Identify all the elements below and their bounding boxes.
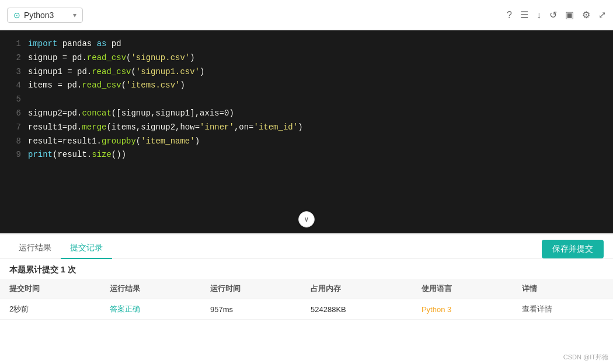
code-text: import pandas as pd [28,37,121,51]
code-line: 7result1=pd.merge(items,signup2,how='inn… [0,121,613,135]
code-line: 4items = pd.read_csv('items.csv') [0,79,613,93]
download-icon[interactable]: ↓ [537,10,541,20]
table-header-cell: 提交时间 [0,279,100,299]
panel-content: 本题累计提交 1 次 提交时间运行结果运行时间占用内存使用语言详情 2秒前答案正… [0,259,613,364]
code-line: 8result=result1.groupby('item_name') [0,135,613,149]
tabs: 运行结果 提交记录 [9,239,112,258]
code-line: 5 [0,93,613,107]
table-header-cell: 运行时间 [201,279,301,299]
table-row: 2秒前答案正确957ms524288KBPython 3查看详情 [0,299,613,320]
submit-time: 2秒前 [0,299,100,320]
code-text: items = pd.read_csv('items.csv') [28,79,185,93]
code-line: 2signup = pd.read_csv('signup.csv') [0,51,613,65]
line-number: 2 [5,51,21,65]
line-number: 8 [5,135,21,149]
kernel-icon: ⊙ [13,10,20,20]
table-header-cell: 详情 [513,279,613,299]
line-number: 1 [5,37,21,51]
table-header-cell: 运行结果 [100,279,201,299]
code-text: signup1 = pd.read_csv('signup1.csv') [28,65,204,79]
tabs-row: 运行结果 提交记录 保存并提交 [0,235,613,259]
summary-text: 本题累计提交 1 次 [0,259,613,279]
expand-icon[interactable]: ⤢ [598,9,606,20]
collapse-button[interactable]: ∨ [298,211,315,228]
line-number: 6 [5,107,21,121]
list-icon[interactable]: ☰ [520,9,528,20]
watermark: CSDN @IT邦德 [563,353,608,362]
tab-run-result[interactable]: 运行结果 [9,239,61,259]
code-line: 6signup2=pd.concat([signup,signup1],axis… [0,107,613,121]
line-number: 5 [5,93,21,107]
tab-submit-record[interactable]: 提交记录 [61,239,112,259]
bottom-panel: 运行结果 提交记录 保存并提交 本题累计提交 1 次 提交时间运行结果运行时间占… [0,233,613,364]
code-line: 9print(result.size()) [0,148,613,162]
refresh-icon[interactable]: ↺ [549,9,557,20]
table-header-cell: 占用内存 [301,279,412,299]
line-number: 3 [5,65,21,79]
line-number: 4 [5,79,21,93]
window-icon[interactable]: ▣ [565,9,574,20]
table-header-cell: 使用语言 [412,279,513,299]
kernel-label: Python3 [24,10,69,20]
run-time: 957ms [201,299,301,320]
run-result: 答案正确 [100,299,201,320]
line-number: 7 [5,121,21,135]
help-icon[interactable]: ? [507,10,512,20]
code-text: signup = pd.read_csv('signup.csv') [28,51,195,65]
save-submit-button[interactable]: 保存并提交 [542,240,604,258]
code-text: result1=pd.merge(items,signup2,how='inne… [28,121,303,135]
header-row: 提交时间运行结果运行时间占用内存使用语言详情 [0,279,613,299]
kernel-selector[interactable]: ⊙ Python3 ▾ [7,8,83,23]
code-editor[interactable]: 1import pandas as pd2signup = pd.read_cs… [0,30,613,233]
toolbar: ⊙ Python3 ▾ ? ☰ ↓ ↺ ▣ ⚙ ⤢ [0,0,613,30]
code-line: 1import pandas as pd [0,37,613,51]
code-text: result=result1.groupby('item_name') [28,135,200,149]
code-text: signup2=pd.concat([signup,signup1],axis=… [28,107,234,121]
detail-link[interactable]: 查看详情 [513,299,613,320]
settings-icon[interactable]: ⚙ [582,9,590,20]
chevron-down-icon: ▾ [73,11,76,19]
toolbar-right: ? ☰ ↓ ↺ ▣ ⚙ ⤢ [507,9,606,20]
memory-usage: 524288KB [301,299,412,320]
table-wrap[interactable]: 提交时间运行结果运行时间占用内存使用语言详情 2秒前答案正确957ms52428… [0,279,613,364]
code-line: 3signup1 = pd.read_csv('signup1.csv') [0,65,613,79]
line-number: 9 [5,148,21,162]
language: Python 3 [412,299,513,320]
code-text: print(result.size()) [28,148,126,162]
table-body: 2秒前答案正确957ms524288KBPython 3查看详情 [0,299,613,320]
table-header: 提交时间运行结果运行时间占用内存使用语言详情 [0,279,613,299]
result-table: 提交时间运行结果运行时间占用内存使用语言详情 2秒前答案正确957ms52428… [0,279,613,320]
